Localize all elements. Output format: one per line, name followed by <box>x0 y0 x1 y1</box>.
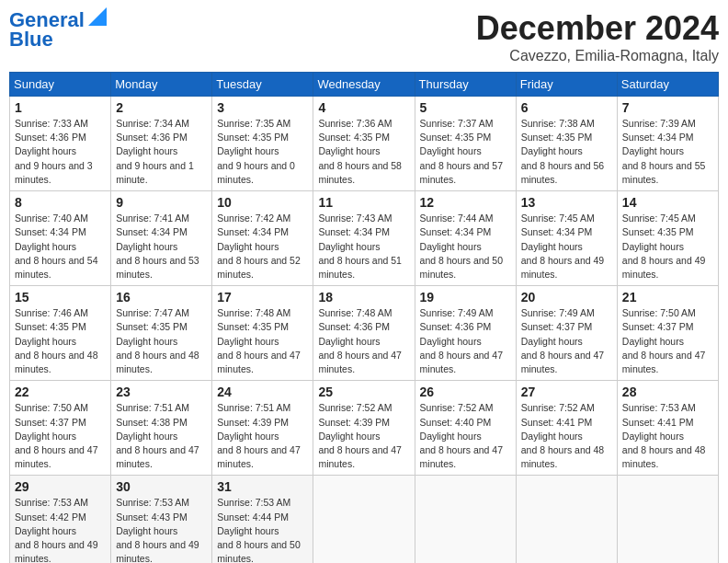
daylight-label: Daylight hours <box>420 145 482 156</box>
sunset-label: Sunset: 4:35 PM <box>217 132 289 143</box>
sunrise-label: Sunrise: 7:38 AM <box>521 118 595 129</box>
sunset-label: Sunset: 4:38 PM <box>116 417 188 428</box>
daylight-label: Daylight hours <box>15 525 76 536</box>
day-info: Sunrise: 7:52 AM Sunset: 4:41 PM Dayligh… <box>521 401 612 471</box>
daylight-duration: and 8 hours and 47 minutes. <box>217 350 301 374</box>
daylight-duration: and 8 hours and 48 minutes. <box>622 444 706 469</box>
calendar-day-29: 29 Sunrise: 7:53 AM Sunset: 4:42 PM Dayl… <box>10 476 111 563</box>
calendar-day-15: 15 Sunrise: 7:46 AM Sunset: 4:35 PM Dayl… <box>10 286 111 381</box>
sunset-label: Sunset: 4:35 PM <box>318 132 390 143</box>
page-header: General Blue December 2024 Cavezzo, Emil… <box>9 9 719 64</box>
daylight-label: Daylight hours <box>318 241 380 252</box>
daylight-duration: and 8 hours and 48 minutes. <box>116 350 199 374</box>
calendar-day-18: 18 Sunrise: 7:48 AM Sunset: 4:36 PM Dayl… <box>313 286 415 381</box>
sunset-label: Sunset: 4:36 PM <box>420 321 492 332</box>
day-header-saturday: Saturday <box>617 73 718 97</box>
sunrise-label: Sunrise: 7:42 AM <box>217 213 290 224</box>
calendar-day-20: 20 Sunrise: 7:49 AM Sunset: 4:37 PM Dayl… <box>516 286 617 381</box>
daylight-duration: and 8 hours and 49 minutes. <box>622 255 706 280</box>
empty-cell <box>313 476 415 563</box>
sunrise-label: Sunrise: 7:39 AM <box>622 118 696 129</box>
sunset-label: Sunset: 4:44 PM <box>217 511 289 523</box>
daylight-duration: and 8 hours and 47 minutes. <box>318 444 402 469</box>
day-info: Sunrise: 7:43 AM Sunset: 4:34 PM Dayligh… <box>318 212 409 282</box>
sunset-label: Sunset: 4:35 PM <box>521 132 593 143</box>
sunset-label: Sunset: 4:34 PM <box>217 226 289 237</box>
day-number: 23 <box>116 385 207 399</box>
calendar-day-11: 11 Sunrise: 7:43 AM Sunset: 4:34 PM Dayl… <box>313 191 415 286</box>
daylight-label: Daylight hours <box>15 431 76 442</box>
sunrise-label: Sunrise: 7:49 AM <box>521 307 595 318</box>
day-number: 28 <box>622 385 713 399</box>
daylight-duration: and 9 hours and 1 minute. <box>116 160 194 185</box>
daylight-duration: and 8 hours and 56 minutes. <box>521 160 605 185</box>
sunset-label: Sunset: 4:35 PM <box>15 321 86 332</box>
daylight-duration: and 8 hours and 58 minutes. <box>318 160 402 185</box>
sunset-label: Sunset: 4:35 PM <box>116 321 188 332</box>
sunrise-label: Sunrise: 7:53 AM <box>116 497 189 508</box>
daylight-label: Daylight hours <box>521 431 583 442</box>
day-info: Sunrise: 7:41 AM Sunset: 4:34 PM Dayligh… <box>116 212 207 282</box>
sunrise-label: Sunrise: 7:41 AM <box>116 213 189 224</box>
calendar-day-22: 22 Sunrise: 7:50 AM Sunset: 4:37 PM Dayl… <box>10 381 111 476</box>
day-info: Sunrise: 7:49 AM Sunset: 4:36 PM Dayligh… <box>420 306 511 376</box>
day-number: 3 <box>217 100 308 115</box>
day-info: Sunrise: 7:45 AM Sunset: 4:35 PM Dayligh… <box>622 212 713 282</box>
daylight-label: Daylight hours <box>116 145 177 156</box>
daylight-duration: and 8 hours and 47 minutes. <box>521 350 605 374</box>
daylight-label: Daylight hours <box>318 431 380 442</box>
sunset-label: Sunset: 4:37 PM <box>15 417 86 428</box>
day-number: 10 <box>217 195 308 210</box>
day-info: Sunrise: 7:37 AM Sunset: 4:35 PM Dayligh… <box>420 117 511 187</box>
day-header-thursday: Thursday <box>415 73 516 97</box>
daylight-label: Daylight hours <box>15 241 76 252</box>
day-number: 30 <box>116 479 207 494</box>
day-info: Sunrise: 7:46 AM Sunset: 4:35 PM Dayligh… <box>15 306 106 376</box>
day-number: 19 <box>420 290 511 304</box>
daylight-duration: and 8 hours and 48 minutes. <box>521 444 605 469</box>
sunset-label: Sunset: 4:36 PM <box>15 132 86 143</box>
daylight-label: Daylight hours <box>420 431 482 442</box>
sunrise-label: Sunrise: 7:37 AM <box>420 118 494 129</box>
daylight-label: Daylight hours <box>116 241 177 252</box>
day-number: 8 <box>15 195 106 210</box>
month-title: December 2024 <box>476 9 719 48</box>
day-number: 9 <box>116 195 207 210</box>
day-number: 27 <box>521 385 612 399</box>
sunset-label: Sunset: 4:39 PM <box>217 417 289 428</box>
calendar-day-12: 12 Sunrise: 7:44 AM Sunset: 4:34 PM Dayl… <box>415 191 516 286</box>
calendar-day-16: 16 Sunrise: 7:47 AM Sunset: 4:35 PM Dayl… <box>111 286 212 381</box>
calendar-day-21: 21 Sunrise: 7:50 AM Sunset: 4:37 PM Dayl… <box>617 286 718 381</box>
day-number: 13 <box>521 195 612 210</box>
daylight-label: Daylight hours <box>318 145 380 156</box>
calendar-day-6: 6 Sunrise: 7:38 AM Sunset: 4:35 PM Dayli… <box>516 97 617 191</box>
daylight-label: Daylight hours <box>217 336 279 347</box>
daylight-label: Daylight hours <box>622 241 684 252</box>
daylight-duration: and 8 hours and 47 minutes. <box>420 350 504 374</box>
day-header-friday: Friday <box>516 73 617 97</box>
sunset-label: Sunset: 4:43 PM <box>116 511 188 523</box>
calendar-day-25: 25 Sunrise: 7:52 AM Sunset: 4:39 PM Dayl… <box>313 381 415 476</box>
daylight-duration: and 8 hours and 47 minutes. <box>217 444 301 469</box>
day-info: Sunrise: 7:40 AM Sunset: 4:34 PM Dayligh… <box>15 212 106 282</box>
daylight-label: Daylight hours <box>15 145 76 156</box>
title-section: December 2024 Cavezzo, Emilia-Romagna, I… <box>476 9 719 64</box>
day-number: 5 <box>420 100 511 115</box>
daylight-duration: and 8 hours and 50 minutes. <box>420 255 504 280</box>
sunrise-label: Sunrise: 7:34 AM <box>116 118 189 129</box>
calendar-day-27: 27 Sunrise: 7:52 AM Sunset: 4:41 PM Dayl… <box>516 381 617 476</box>
day-number: 29 <box>15 479 106 494</box>
logo: General Blue <box>9 9 107 52</box>
day-info: Sunrise: 7:52 AM Sunset: 4:39 PM Dayligh… <box>318 401 409 471</box>
daylight-duration: and 8 hours and 50 minutes. <box>217 539 301 563</box>
empty-cell <box>516 476 617 563</box>
calendar-day-13: 13 Sunrise: 7:45 AM Sunset: 4:34 PM Dayl… <box>516 191 617 286</box>
day-info: Sunrise: 7:44 AM Sunset: 4:34 PM Dayligh… <box>420 212 511 282</box>
sunrise-label: Sunrise: 7:52 AM <box>420 402 494 413</box>
day-number: 4 <box>318 100 409 115</box>
empty-cell <box>617 476 718 563</box>
daylight-duration: and 8 hours and 47 minutes. <box>420 444 504 469</box>
sunrise-label: Sunrise: 7:49 AM <box>420 307 494 318</box>
day-info: Sunrise: 7:48 AM Sunset: 4:36 PM Dayligh… <box>318 306 409 376</box>
day-number: 25 <box>318 385 409 399</box>
